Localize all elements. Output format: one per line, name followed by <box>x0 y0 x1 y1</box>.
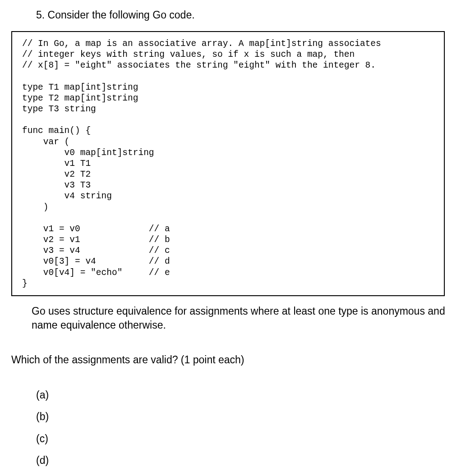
question-title: 5. Consider the following Go code. <box>0 9 452 21</box>
code-block: // In Go, a map is an associative array.… <box>11 31 445 296</box>
option-a: (a) <box>36 384 452 406</box>
option-e: (e) <box>36 471 452 476</box>
option-b: (b) <box>36 406 452 427</box>
sub-question-text: Which of the assignments are valid? (1 p… <box>0 332 452 366</box>
question-page: 5. Consider the following Go code. // In… <box>0 0 452 476</box>
option-c: (c) <box>36 428 452 449</box>
explanation-text: Go uses structure equivalence for assign… <box>0 296 452 332</box>
answer-options: (a) (b) (c) (d) (e) <box>0 366 452 476</box>
option-d: (d) <box>36 449 452 471</box>
